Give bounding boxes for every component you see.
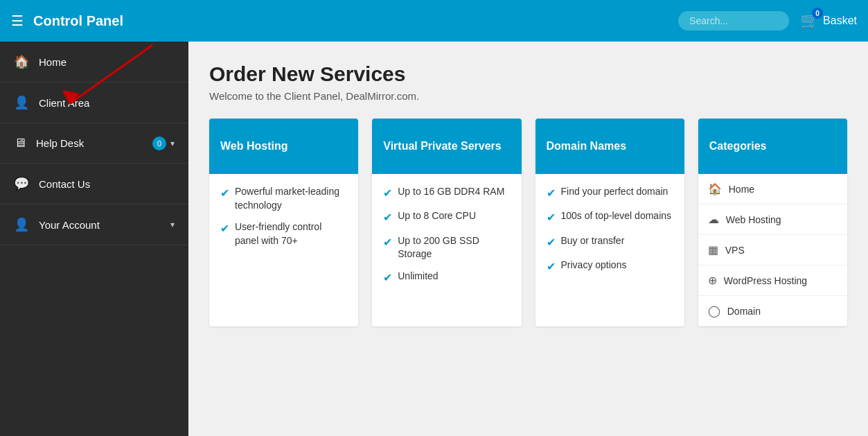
category-label-home: Home [729, 184, 754, 195]
feature-text: 100s of top-level domains [561, 209, 672, 223]
card-title-categories: Categories [709, 140, 767, 152]
card-feature: ✔ Buy or transfer [547, 234, 673, 250]
sidebar-label-client-area: Client Area [39, 97, 175, 109]
category-wordpress-icon: ⊕ [708, 274, 717, 287]
category-label-vps: VPS [725, 245, 745, 256]
basket-icon-wrap: 🛒 0 [800, 12, 819, 30]
check-icon: ✔ [383, 270, 392, 286]
card-feature: ✔ Up to 8 Core CPU [383, 209, 510, 225]
feature-text: User-friendly control panel with 70+ [235, 220, 347, 247]
feature-text: Privacy options [561, 259, 627, 272]
card-title-web-hosting: Web Hosting [220, 140, 287, 152]
card-header-domain-names[interactable]: Domain Names [535, 119, 684, 174]
check-icon: ✔ [220, 186, 229, 201]
card-feature: ✔ Up to 16 GB DDR4 RAM [383, 185, 510, 201]
header: ☰ Control Panel 🛒 0 Basket [0, 0, 868, 42]
feature-text: Up to 16 GB DDR4 RAM [398, 185, 504, 199]
card-domain-names: Domain Names ✔ Find your perfect domain … [535, 119, 684, 326]
help-desk-chevron: ▾ [170, 139, 175, 148]
check-icon: ✔ [547, 235, 556, 250]
basket-button[interactable]: 🛒 0 Basket [800, 12, 857, 30]
card-vps: Virtual Private Servers ✔ Up to 16 GB DD… [372, 119, 521, 326]
page-title: Order New Services [209, 62, 847, 86]
sidebar: 🏠 Home 👤 Client Area 🖥 Help Desk 0 ▾ 💬 C… [0, 42, 188, 436]
card-feature: ✔ Up to 200 GB SSD Storage [383, 234, 510, 261]
card-feature: ✔ User-friendly control panel with 70+ [220, 220, 347, 247]
sidebar-label-home: Home [39, 56, 175, 68]
sidebar-item-home[interactable]: 🏠 Home [0, 42, 188, 82]
check-icon: ✔ [383, 235, 392, 250]
feature-text: Unlimited [398, 270, 438, 284]
check-icon: ✔ [383, 186, 392, 201]
category-item-vps[interactable]: ▦ VPS [698, 235, 847, 265]
help-desk-badge: 0 [152, 137, 166, 150]
category-webhosting-icon: ☁ [708, 213, 719, 226]
app-title: Control Panel [33, 13, 678, 29]
account-icon: 👤 [14, 217, 29, 232]
categories-list: 🏠 Home ☁ Web Hosting ▦ VPS ⊕ [698, 174, 847, 326]
feature-text: Powerful market-leading technology [235, 185, 347, 212]
category-item-home[interactable]: 🏠 Home [698, 174, 847, 204]
feature-text: Find your perfect domain [561, 185, 668, 199]
category-home-icon: 🏠 [708, 182, 722, 195]
category-label-web-hosting: Web Hosting [726, 214, 781, 225]
card-body-domain-names: ✔ Find your perfect domain ✔ 100s of top… [535, 174, 684, 295]
home-icon: 🏠 [14, 54, 29, 69]
card-body-web-hosting: ✔ Powerful market-leading technology ✔ U… [209, 174, 358, 267]
category-item-wordpress[interactable]: ⊕ WordPress Hosting [698, 265, 847, 296]
sidebar-label-help-desk: Help Desk [36, 137, 148, 149]
layout: 🏠 Home 👤 Client Area 🖥 Help Desk 0 ▾ 💬 C… [0, 42, 868, 436]
client-area-icon: 👤 [14, 95, 29, 110]
card-feature: ✔ Privacy options [547, 259, 673, 274]
check-icon: ✔ [547, 186, 556, 201]
sidebar-label-your-account: Your Account [39, 219, 166, 231]
feature-text: Up to 200 GB SSD Storage [398, 234, 510, 261]
check-icon: ✔ [547, 210, 556, 225]
hamburger-icon[interactable]: ☰ [11, 12, 24, 29]
card-header-web-hosting[interactable]: Web Hosting [209, 119, 358, 174]
sidebar-item-help-desk[interactable]: 🖥 Help Desk 0 ▾ [0, 123, 188, 164]
check-icon: ✔ [220, 221, 229, 236]
category-domain-icon: ◯ [708, 304, 720, 317]
main-content: Order New Services Welcome to the Client… [188, 42, 868, 436]
card-title-vps: Virtual Private Servers [383, 140, 501, 152]
category-item-domain[interactable]: ◯ Domain [698, 296, 847, 326]
basket-badge: 0 [812, 8, 823, 19]
check-icon: ✔ [383, 210, 392, 225]
feature-text: Up to 8 Core CPU [398, 209, 476, 223]
sidebar-item-client-area[interactable]: 👤 Client Area [0, 82, 188, 123]
category-item-web-hosting[interactable]: ☁ Web Hosting [698, 204, 847, 235]
help-desk-icon: 🖥 [14, 136, 26, 150]
card-categories: Categories 🏠 Home ☁ Web Hosting ▦ [698, 119, 847, 326]
sidebar-label-contact-us: Contact Us [39, 178, 175, 190]
sidebar-item-contact-us[interactable]: 💬 Contact Us [0, 164, 188, 204]
page-subtitle: Welcome to the Client Panel, DealMirror.… [209, 90, 847, 102]
contact-icon: 💬 [14, 176, 29, 191]
card-feature: ✔ Powerful market-leading technology [220, 185, 347, 212]
category-label-domain: Domain [727, 306, 761, 317]
card-feature: ✔ 100s of top-level domains [547, 209, 673, 225]
card-body-categories: 🏠 Home ☁ Web Hosting ▦ VPS ⊕ [698, 174, 847, 326]
card-feature: ✔ Unlimited [383, 270, 510, 286]
feature-text: Buy or transfer [561, 234, 625, 248]
card-feature: ✔ Find your perfect domain [547, 185, 673, 201]
category-vps-icon: ▦ [708, 243, 718, 256]
search-input[interactable] [678, 11, 789, 30]
sidebar-item-your-account[interactable]: 👤 Your Account ▾ [0, 204, 188, 245]
check-icon: ✔ [547, 259, 556, 274]
category-label-wordpress: WordPress Hosting [724, 275, 807, 286]
card-header-categories: Categories [698, 119, 847, 174]
service-cards-grid: Web Hosting ✔ Powerful market-leading te… [209, 119, 847, 326]
card-body-vps: ✔ Up to 16 GB DDR4 RAM ✔ Up to 8 Core CP… [372, 174, 521, 305]
basket-label: Basket [823, 15, 857, 27]
card-title-domain-names: Domain Names [547, 140, 627, 152]
card-header-vps[interactable]: Virtual Private Servers [372, 119, 521, 174]
card-web-hosting: Web Hosting ✔ Powerful market-leading te… [209, 119, 358, 326]
account-chevron: ▾ [170, 220, 175, 229]
